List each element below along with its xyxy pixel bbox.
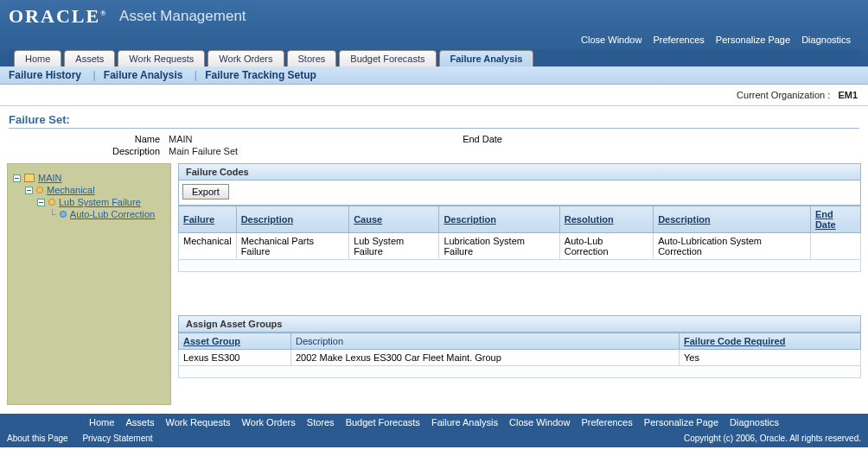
footer-link[interactable]: Preferences bbox=[581, 417, 632, 428]
tree-node-lub-system[interactable]: Lub System Failure bbox=[37, 197, 165, 207]
col-asset-group[interactable]: Asset Group bbox=[183, 336, 240, 346]
tab-assets[interactable]: Assets bbox=[64, 50, 115, 66]
tree-node-mechanical[interactable]: Mechanical bbox=[25, 185, 165, 195]
tree-link-lub-system[interactable]: Lub System Failure bbox=[59, 197, 141, 207]
col-ag-desc: Description bbox=[291, 333, 680, 350]
col-cause[interactable]: Cause bbox=[354, 214, 382, 225]
col-resolution[interactable]: Resolution bbox=[565, 214, 614, 225]
col-failure-desc[interactable]: Description bbox=[241, 214, 294, 225]
diagnostics-link[interactable]: Diagnostics bbox=[801, 35, 851, 45]
tree-link-mechanical[interactable]: Mechanical bbox=[47, 185, 95, 195]
col-cause-desc[interactable]: Description bbox=[444, 214, 496, 225]
tab-budget-forecasts[interactable]: Budget Forecasts bbox=[339, 50, 436, 66]
footer-link[interactable]: Failure Analysis bbox=[431, 417, 498, 428]
node-icon bbox=[48, 199, 55, 206]
failure-set-form: Name MAIN Description Main Failure Set E… bbox=[9, 134, 868, 156]
primary-tabs: Home Assets Work Requests Work Orders St… bbox=[9, 50, 859, 66]
failure-codes-header: Failure Codes bbox=[178, 163, 861, 180]
collapse-icon[interactable] bbox=[13, 174, 21, 182]
asset-groups-header: Assign Asset Groups bbox=[178, 315, 861, 332]
col-resolution-desc[interactable]: Description bbox=[658, 214, 711, 225]
failure-codes-table: Failure Description Cause Description Re… bbox=[178, 206, 861, 272]
tab-failure-analysis[interactable]: Failure Analysis bbox=[439, 50, 534, 66]
footer: Home Assets Work Requests Work Orders St… bbox=[0, 414, 868, 447]
table-row[interactable]: Mechanical Mechanical Parts Failure Lub … bbox=[179, 233, 861, 260]
leaf-icon: └ bbox=[49, 209, 56, 219]
section-title: Failure Set: bbox=[9, 113, 859, 129]
copyright: Copyright (c) 2006, Oracle. All rights r… bbox=[684, 434, 861, 443]
table-row[interactable]: Lexus ES300 2002 Make Lexus ES300 Car Fl… bbox=[179, 350, 861, 366]
col-failure[interactable]: Failure bbox=[183, 214, 214, 225]
desc-label: Description bbox=[112, 146, 160, 156]
footer-link[interactable]: Assets bbox=[125, 417, 154, 428]
tree-link-main[interactable]: MAIN bbox=[38, 173, 62, 183]
personalize-page-link[interactable]: Personalize Page bbox=[716, 35, 790, 45]
footer-link[interactable]: Personalize Page bbox=[644, 417, 718, 428]
footer-link[interactable]: Home bbox=[89, 417, 114, 428]
about-this-page-link[interactable]: About this Page bbox=[7, 434, 68, 443]
tab-stores[interactable]: Stores bbox=[287, 50, 337, 66]
col-end-date[interactable]: End Date bbox=[815, 209, 836, 230]
node-icon bbox=[60, 211, 67, 218]
privacy-statement-link[interactable]: Privacy Statement bbox=[82, 434, 152, 443]
footer-links: Home Assets Work Requests Work Orders St… bbox=[0, 414, 868, 431]
table-row-empty bbox=[179, 260, 861, 272]
footer-link[interactable]: Stores bbox=[307, 417, 335, 428]
footer-link[interactable]: Diagnostics bbox=[730, 417, 779, 428]
export-button[interactable]: Export bbox=[182, 184, 229, 200]
name-label: Name bbox=[112, 134, 160, 144]
org-value: EM1 bbox=[838, 90, 858, 100]
name-value: MAIN bbox=[169, 134, 238, 144]
tab-work-orders[interactable]: Work Orders bbox=[207, 50, 284, 66]
end-date-label: End Date bbox=[463, 134, 502, 156]
asset-groups-table: Asset Group Description Failure Code Req… bbox=[178, 332, 861, 378]
content-panel: Failure Codes Export Failure Description… bbox=[178, 163, 861, 405]
tree-node-root[interactable]: MAIN bbox=[13, 173, 165, 183]
collapse-icon[interactable] bbox=[37, 199, 45, 206]
app-title: Asset Management bbox=[119, 8, 246, 25]
brand-logo: ORACLE® bbox=[9, 5, 107, 28]
footer-link[interactable]: Work Requests bbox=[166, 417, 231, 428]
table-row-empty bbox=[179, 366, 861, 378]
footer-link[interactable]: Work Orders bbox=[242, 417, 296, 428]
tab-home[interactable]: Home bbox=[14, 50, 61, 66]
node-icon bbox=[36, 187, 43, 193]
global-links: Close Window Preferences Personalize Pag… bbox=[9, 28, 859, 50]
org-label: Current Organization : bbox=[737, 90, 830, 100]
organization-row: Current Organization : EM1 bbox=[0, 85, 868, 106]
tab-work-requests[interactable]: Work Requests bbox=[118, 50, 205, 66]
sub-tabs: Failure History | Failure Analysis | Fai… bbox=[0, 66, 868, 85]
footer-link[interactable]: Budget Forecasts bbox=[346, 417, 420, 428]
subtab-failure-analysis[interactable]: Failure Analysis bbox=[104, 69, 183, 81]
app-header: ORACLE® Asset Management Close Window Pr… bbox=[0, 0, 868, 66]
collapse-icon[interactable] bbox=[25, 187, 33, 194]
folder-icon bbox=[24, 174, 35, 182]
subtab-failure-tracking-setup[interactable]: Failure Tracking Setup bbox=[205, 69, 316, 81]
close-window-link[interactable]: Close Window bbox=[581, 35, 641, 45]
footer-link[interactable]: Close Window bbox=[509, 417, 570, 428]
desc-value: Main Failure Set bbox=[169, 146, 238, 156]
preferences-link[interactable]: Preferences bbox=[653, 35, 704, 45]
subtab-failure-history[interactable]: Failure History bbox=[9, 69, 81, 81]
tree-node-auto-lub[interactable]: └ Auto-Lub Correction bbox=[49, 209, 165, 219]
col-code-required[interactable]: Failure Code Required bbox=[684, 336, 785, 346]
tree-panel: MAIN Mechanical Lub System Failure └ Aut… bbox=[7, 163, 171, 405]
tree-link-auto-lub[interactable]: Auto-Lub Correction bbox=[70, 209, 155, 219]
